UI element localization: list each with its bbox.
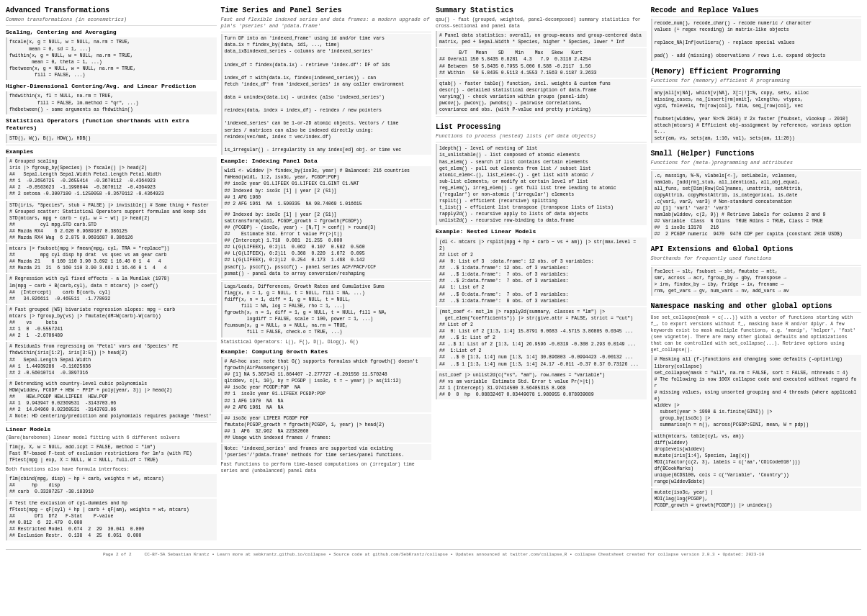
code-block-1: # Grouped scaling iris |> fgroup_by(Spec… [6, 157, 217, 199]
api-extensions-title: API Extensions and Global Options [651, 245, 862, 254]
scaling-code: fscale(x, g = NULL, w = NULL, na.rm = TR… [6, 37, 217, 80]
divider-c4-5 [651, 312, 862, 313]
api-extensions-subtitle: Shorthands for frequently used functions [651, 255, 862, 262]
divider-col3-1 [436, 116, 647, 117]
column-2: Time Series and Panel Series Fast and fl… [221, 6, 432, 542]
divider-3 [6, 422, 217, 423]
ts-lags-code: Lags/Leads, Differences, Growth Rates an… [221, 282, 432, 338]
growth-example-heading: Example: Computing Growth Rates [221, 348, 432, 355]
list-processing-section: List Processing Functions to process (ne… [436, 122, 647, 401]
code-block-2: STD(iris, "Species", stub = FALSE) |> in… [6, 201, 217, 243]
summary-stats-title: Summary Statistics [436, 6, 647, 15]
memory-code: any|all[v|NA], which[v|NA], X[=|!]=%, co… [651, 89, 862, 144]
ts-intro-code: Turn DF into an 'indexed_frame' using id… [221, 34, 432, 155]
note-indexed: Note: 'indexed_series' and frames are su… [221, 444, 432, 460]
recode-title: Recode and Replace Values [651, 6, 862, 15]
divider-c4-1 [651, 17, 862, 17]
summary-stats-section: Summary Statistics qsu() - fast (grouped… [436, 6, 647, 118]
column-1: Advanced Transformations Common transfor… [6, 6, 217, 542]
linear-models-subtitle: (Bare(barebones) linear model fitting wi… [6, 435, 217, 441]
fast-irregular-note: Fast functions to perform time-based com… [221, 461, 432, 474]
time-series-title: Time Series and Panel Series [221, 6, 432, 15]
wld-code: with(mtcars, table(cyl, vs, am)) diff(wl… [651, 432, 862, 487]
linear-models-code: flm(y, X, w = NULL, add.icpt = FALSE, me… [6, 443, 217, 465]
qsu-desc: qsu() - fast (grouped, weighted, panel-d… [436, 17, 647, 30]
code-block-3: mtcars |> fsubset(mpg > fmean(mpg, cyl, … [6, 244, 217, 273]
footer-text: CC-BY-SA Sebastian Krantz • Learn more a… [145, 552, 765, 557]
divider-2 [6, 145, 217, 145]
list-functions: ldepth() - level of nesting of list is_u… [436, 144, 647, 225]
divider-c4-3 [651, 169, 862, 170]
divider-c4-4 [651, 265, 862, 266]
divider-c4-2 [651, 86, 862, 87]
linear-models-title: Linear Models [6, 426, 217, 433]
small-helpers-subtitle: Functions for (meta-)programming and att… [651, 160, 862, 166]
column-4: Recode and Replace Values recode_num(), … [651, 6, 862, 542]
divider-ts-2 [221, 280, 432, 281]
code-block-7: # Detrending with country-level cubic po… [6, 379, 217, 422]
namespace-section: Namespace masking and other global optio… [651, 302, 862, 512]
api-extensions-section: API Extensions and Global Options Shorth… [651, 245, 862, 296]
api-code: fselect → slt, fsubset → sbt, fmutate → … [651, 267, 862, 296]
namespace-title: Namespace masking and other global optio… [651, 302, 862, 311]
main-layout: Advanced Transformations Common transfor… [6, 6, 861, 557]
page-number: Page 2 of 2 [103, 552, 132, 557]
small-helpers-title: Small (Helper) Functions [651, 149, 862, 158]
divider-1 [6, 25, 217, 26]
time-series-subtitle: Fast and flexible indexed series and dat… [221, 17, 432, 30]
qtab-desc: qtab() - faster table() function, incl. … [436, 79, 647, 114]
hd-code: fhdwithin(x, fl = NULL, na.rm = TRUE, fi… [6, 91, 217, 114]
nested-code-2: (mst_coef <- mst_lm |> rapply2d(summary,… [436, 307, 647, 369]
memory-title: (Memory) Efficient Programming [651, 67, 862, 76]
nested-code-3: nst_coef |> unlist2d(c("vs", "am"), row.… [436, 371, 647, 399]
memory-subtitle: Functions for (memory) efficient R progr… [651, 78, 862, 84]
code-block-4: # Regression with cyl fixed effects - a … [6, 274, 217, 303]
mutate-code: mutate(iso3c, year) | MDI(lag(log(PCGDP)… [651, 488, 862, 510]
namespace-text: Use set_collapse(mask = c(...)) with a v… [651, 314, 862, 354]
scaling-heading: Scaling, Centering and Averaging [6, 29, 217, 36]
qsu-table: B/T Mean SD Min Max Skew Kurt ## Overall… [436, 48, 647, 77]
ts-code-2: ## Indexed by: iso3c [1] | year [2 (51)]… [221, 210, 432, 278]
examples-heading: Examples [6, 148, 217, 155]
stat-op-code: STD(), W(), B(), HDW(), HDB() [6, 134, 217, 143]
divider-col3-2 [436, 142, 647, 142]
memory-section: (Memory) Efficient Programming Functions… [651, 67, 862, 145]
stat-op-heading: Statistical Operators (function shorthan… [6, 117, 217, 132]
hd-heading: Higher-Dimensional Centering/Avg. and Li… [6, 83, 217, 90]
ts-code-1: wld1 <- wlddev |> findex_by(iso3c, year)… [221, 166, 432, 209]
small-helpers-section: Small (Helper) Functions Functions for (… [651, 149, 862, 240]
linear-note: Both functions also have formula interfa… [6, 466, 217, 473]
list-processing-subtitle: Functions to process (nested) lists (of … [436, 133, 647, 140]
linear-code-2: flm(cbind(mpg, disp) ~ hp + carb, weight… [6, 474, 217, 497]
code-block-5: # Fast grouped (WS) bivariate regression… [6, 305, 217, 340]
recode-code: recode_num(), recode_char() - recode num… [651, 19, 862, 61]
divider-ts-1 [221, 32, 432, 32]
column-3: Summary Statistics qsu() - fast (grouped… [436, 6, 647, 542]
ts-example-heading: Example: Indexing Panel Data [221, 158, 432, 165]
advanced-transformations-subtitle: Common transformations (in econometrics) [6, 17, 217, 23]
advanced-transformations-section: Advanced Transformations Common transfor… [6, 6, 217, 542]
qsu-panel-note: # Panel data statistics: overall, on gro… [436, 31, 647, 47]
page-footer: Page 2 of 2 CC-BY-SA Sebastian Krantz • … [6, 549, 861, 557]
recode-section: Recode and Replace Values recode_num(), … [651, 6, 862, 63]
small-helpers-code: .c, massign, %~%, vlabels[<-], setLabels… [651, 171, 862, 240]
growth-code-1: # Ad-hoc use: note that G() supports for… [221, 357, 432, 412]
nested-code-1: (dl <- mtcars |> rsplit(mpg + hp + carb … [436, 237, 647, 306]
time-series-section: Time Series and Panel Series Fast and fl… [221, 6, 432, 476]
namespace-code: # Masking all (f-)functions and changing… [651, 355, 862, 430]
stat-ops-note: Statistical Operators: L(), F(), D(), Dl… [221, 339, 432, 345]
advanced-transformations-title: Advanced Transformations [6, 6, 217, 15]
nested-lm-heading: Example: Nested Linear Models [436, 228, 647, 235]
code-block-6: # Residuals from regressing on 'Petal' v… [6, 342, 217, 377]
growth-code-2: ## iso3c year LIFEEX PCGDP POP fmutate(P… [221, 414, 432, 443]
list-processing-title: List Processing [436, 122, 647, 132]
linear-code-3: # Test the exclusion of cyl-dummies and … [6, 499, 217, 541]
